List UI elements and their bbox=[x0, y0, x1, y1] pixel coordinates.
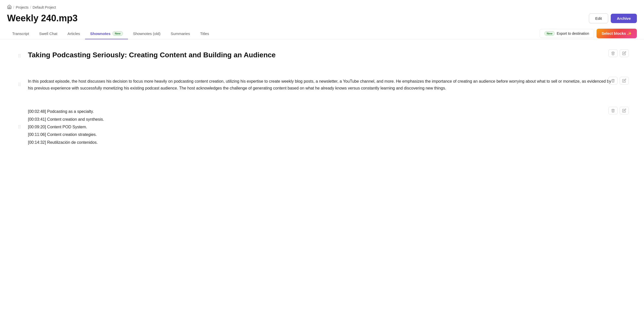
tab-articles[interactable]: Articles bbox=[62, 28, 85, 39]
home-icon[interactable] bbox=[7, 5, 12, 10]
list-item: [00:09:20] Content POD System. bbox=[28, 123, 614, 131]
breadcrumb: / Projects / Default Project bbox=[0, 0, 644, 13]
drag-handle-timestamps[interactable]: ⠿ bbox=[18, 124, 21, 130]
edit-paragraph-button[interactable] bbox=[620, 77, 629, 84]
breadcrumb-sep1: / bbox=[13, 5, 14, 9]
delete-timestamps-button[interactable] bbox=[608, 107, 618, 114]
archive-button[interactable]: Archive bbox=[611, 14, 637, 23]
drag-handle-heading[interactable]: ⠿ bbox=[18, 53, 21, 59]
shownotes-new-badge: New bbox=[112, 31, 123, 36]
tabs-actions: New Export to destination Select blocks … bbox=[540, 29, 637, 38]
breadcrumb-project[interactable]: Default Project bbox=[33, 5, 56, 9]
edit-timestamps-button[interactable] bbox=[620, 107, 629, 114]
block-title-text: Taking Podcasting Seriously: Creating Co… bbox=[28, 50, 614, 60]
content-block-timestamps: ⠿ [00:02:48] Podcasting as a specialty. … bbox=[15, 104, 629, 150]
edit-heading-button[interactable] bbox=[620, 49, 629, 57]
export-button[interactable]: New Export to destination bbox=[540, 29, 594, 38]
tab-swell-chat[interactable]: Swell Chat bbox=[34, 28, 62, 39]
content-block-heading: ⠿ Taking Podcasting Seriously: Creating … bbox=[15, 46, 629, 66]
content-block-paragraph: ⠿ In this podcast episode, the host disc… bbox=[15, 74, 629, 96]
drag-handle-paragraph[interactable]: ⠿ bbox=[18, 82, 21, 87]
content-area: ⠿ Taking Podcasting Seriously: Creating … bbox=[0, 39, 644, 166]
delete-heading-button[interactable] bbox=[608, 49, 618, 57]
edit-button[interactable]: Edit bbox=[589, 13, 608, 23]
block-actions-heading bbox=[608, 49, 629, 57]
tab-titles[interactable]: Titles bbox=[195, 28, 214, 39]
list-item: [00:02:48] Podcasting as a specialty. bbox=[28, 108, 614, 115]
title-row: Weekly 240.mp3 Edit Archive bbox=[0, 13, 644, 28]
block-actions-paragraph bbox=[608, 77, 629, 84]
delete-paragraph-button[interactable] bbox=[608, 77, 618, 84]
list-item: [00:03:41] Content creation and synthesi… bbox=[28, 116, 614, 123]
export-label: Export to destination bbox=[557, 31, 589, 36]
block-timestamps-list: [00:02:48] Podcasting as a specialty. [0… bbox=[28, 108, 614, 146]
tab-shownotes[interactable]: Shownotes New bbox=[85, 28, 128, 39]
title-actions: Edit Archive bbox=[589, 13, 637, 23]
select-blocks-button[interactable]: Select blocks ✨ bbox=[597, 29, 637, 38]
breadcrumb-projects[interactable]: Projects bbox=[16, 5, 29, 9]
tabs-list: Transcript Swell Chat Articles Shownotes… bbox=[7, 28, 214, 39]
tab-transcript[interactable]: Transcript bbox=[7, 28, 34, 39]
page-title: Weekly 240.mp3 bbox=[7, 13, 78, 24]
block-paragraph-text: In this podcast episode, the host discus… bbox=[28, 78, 614, 92]
block-actions-timestamps bbox=[608, 107, 629, 114]
breadcrumb-sep2: / bbox=[30, 5, 31, 9]
list-item: [00:14:32] Reutilización de contenidos. bbox=[28, 139, 614, 146]
tab-summaries[interactable]: Summaries bbox=[166, 28, 195, 39]
list-item: [00:11:06] Content creation strategies. bbox=[28, 131, 614, 138]
export-new-badge: New bbox=[544, 31, 555, 36]
tab-shownotes-old[interactable]: Shownotes (old) bbox=[128, 28, 166, 39]
tabs-row: Transcript Swell Chat Articles Shownotes… bbox=[0, 28, 644, 39]
